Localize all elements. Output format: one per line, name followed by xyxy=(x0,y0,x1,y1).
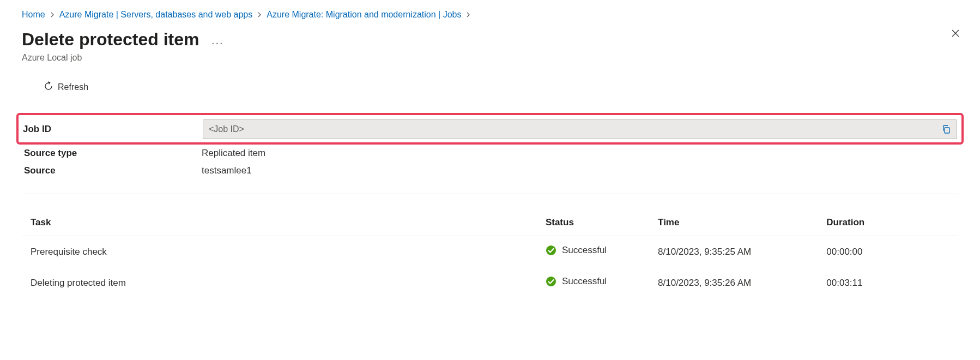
svg-point-2 xyxy=(546,277,556,286)
task-duration: 00:03:11 xyxy=(818,267,958,298)
divider xyxy=(22,194,958,194)
column-header-task[interactable]: Task xyxy=(22,211,537,236)
chevron-right-icon xyxy=(465,10,471,19)
column-header-time[interactable]: Time xyxy=(649,211,818,236)
column-header-status[interactable]: Status xyxy=(537,211,649,236)
task-table: Task Status Time Duration Prerequisite c… xyxy=(22,211,958,298)
source-label: Source xyxy=(22,165,202,176)
properties-list: Source type Replicated item Source tests… xyxy=(0,145,980,179)
more-options-button[interactable]: ··· xyxy=(211,37,224,49)
job-id-highlight: Job ID <Job ID> xyxy=(16,113,964,145)
chevron-right-icon xyxy=(257,10,262,19)
job-id-field[interactable]: <Job ID> xyxy=(203,119,957,139)
task-duration: 00:00:00 xyxy=(818,236,958,268)
table-row: Deleting protected item Successful 8/10/… xyxy=(22,267,958,298)
source-type-value: Replicated item xyxy=(202,148,265,159)
task-name: Deleting protected item xyxy=(22,267,537,298)
close-button[interactable] xyxy=(951,28,960,40)
refresh-icon xyxy=(44,81,53,93)
status-text: Successful xyxy=(562,245,607,256)
property-row-source: Source testsamlee1 xyxy=(22,162,958,179)
source-value: testsamlee1 xyxy=(202,165,252,176)
property-row-source-type: Source type Replicated item xyxy=(22,145,958,162)
column-header-duration[interactable]: Duration xyxy=(818,211,958,236)
refresh-button[interactable]: Refresh xyxy=(39,79,93,95)
task-time: 8/10/2023, 9:35:26 AM xyxy=(649,267,818,298)
svg-point-1 xyxy=(546,245,556,255)
task-time: 8/10/2023, 9:35:25 AM xyxy=(649,236,818,268)
page-header: Delete protected item ··· Azure Local jo… xyxy=(0,24,980,63)
breadcrumb: Home Azure Migrate | Servers, databases … xyxy=(0,0,980,24)
breadcrumb-link-home[interactable]: Home xyxy=(22,10,45,20)
success-icon xyxy=(546,276,556,287)
breadcrumb-link-migration-jobs[interactable]: Azure Migrate: Migration and modernizati… xyxy=(267,10,461,20)
svg-rect-0 xyxy=(945,128,949,133)
task-name: Prerequisite check xyxy=(22,236,537,268)
page-title: Delete protected item xyxy=(22,29,199,50)
job-id-value: <Job ID> xyxy=(209,124,941,134)
toolbar: Refresh xyxy=(0,63,980,101)
success-icon xyxy=(546,245,556,256)
job-id-label: Job ID xyxy=(23,124,203,135)
copy-icon[interactable] xyxy=(941,124,951,134)
status-cell: Successful xyxy=(546,276,607,287)
refresh-label: Refresh xyxy=(58,82,88,92)
table-row: Prerequisite check Successful 8/10/2023,… xyxy=(22,236,958,268)
status-cell: Successful xyxy=(546,245,607,256)
page-subtitle: Azure Local job xyxy=(22,53,964,63)
breadcrumb-link-azure-migrate-servers[interactable]: Azure Migrate | Servers, databases and w… xyxy=(59,10,253,20)
source-type-label: Source type xyxy=(22,148,202,159)
chevron-right-icon xyxy=(50,10,55,19)
status-text: Successful xyxy=(562,276,607,287)
